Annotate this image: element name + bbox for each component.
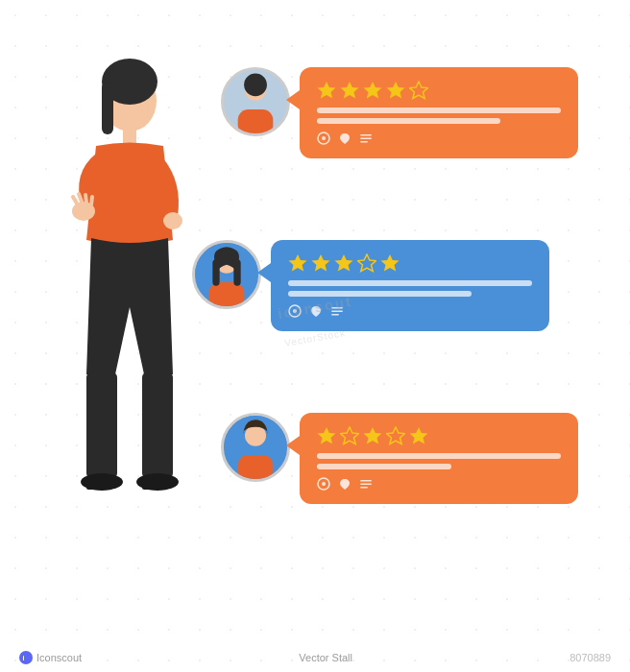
svg-marker-49: [341, 427, 359, 444]
svg-text:i: i: [23, 655, 25, 661]
svg-marker-52: [410, 427, 428, 444]
footer-brand-right: Vector Stall: [299, 652, 352, 663]
svg-line-8: [91, 197, 92, 204]
svg-rect-10: [86, 372, 117, 478]
stars-row-3: [317, 426, 561, 445]
text-line: [288, 291, 472, 297]
asset-id: 8070889: [569, 652, 611, 663]
svg-rect-2: [102, 82, 113, 134]
stars-row-2: [288, 253, 532, 273]
text-line: [317, 108, 561, 113]
reviews-area: [192, 38, 595, 576]
vector-stall-label: Vector Stall: [299, 652, 352, 663]
svg-rect-11: [142, 372, 173, 478]
text-lines-3: [317, 453, 561, 469]
content-layer: iconsout VectorStock i Iconscout Vector …: [0, 0, 630, 672]
svg-rect-18: [238, 109, 274, 133]
svg-rect-55: [360, 480, 372, 482]
svg-rect-43: [331, 311, 343, 313]
woman-figure: [58, 48, 211, 547]
svg-marker-39: [381, 254, 400, 272]
text-line: [288, 280, 532, 286]
svg-point-41: [293, 309, 297, 313]
review-card-1: [221, 67, 578, 158]
review-card-3: [221, 413, 578, 504]
svg-rect-34: [233, 259, 240, 286]
avatar-2: [192, 240, 261, 309]
svg-marker-24: [410, 82, 428, 99]
avatar-3: [221, 413, 290, 482]
svg-rect-32: [209, 282, 245, 306]
svg-marker-20: [318, 82, 336, 99]
card-icons-3: [317, 477, 561, 491]
svg-point-19: [244, 73, 267, 96]
text-lines-2: [288, 280, 532, 297]
card-icons-2: [288, 304, 532, 318]
card-icons-1: [317, 132, 561, 145]
svg-rect-42: [331, 307, 343, 309]
svg-line-5: [73, 197, 77, 204]
svg-rect-14: [86, 478, 94, 490]
footer: i Iconscout Vector Stall 8070889: [0, 651, 630, 664]
review-card-2: [192, 240, 549, 331]
illustration-area: iconsout VectorStock: [0, 0, 630, 614]
svg-point-26: [322, 136, 326, 140]
speech-bubble-1: [300, 67, 578, 158]
svg-rect-28: [360, 138, 372, 140]
speech-bubble-2: [271, 240, 549, 331]
text-line: [317, 453, 561, 459]
svg-point-58: [19, 651, 33, 664]
svg-rect-47: [238, 455, 274, 479]
svg-line-7: [85, 195, 86, 203]
svg-marker-21: [341, 82, 359, 99]
text-lines-1: [317, 108, 561, 124]
svg-point-9: [163, 212, 182, 229]
svg-marker-22: [364, 82, 382, 99]
main-container: iconsout VectorStock i Iconscout Vector …: [0, 0, 630, 672]
svg-marker-35: [289, 254, 307, 272]
svg-rect-15: [142, 478, 150, 490]
svg-rect-29: [360, 141, 368, 143]
svg-marker-23: [387, 82, 405, 99]
svg-point-54: [322, 482, 326, 486]
avatar-1: [221, 67, 290, 136]
speech-bubble-3: [300, 413, 578, 504]
svg-marker-50: [364, 427, 382, 444]
svg-rect-27: [360, 134, 372, 136]
svg-line-6: [79, 194, 82, 202]
svg-point-46: [245, 425, 266, 446]
svg-rect-33: [212, 259, 219, 286]
svg-marker-37: [335, 254, 353, 272]
text-line: [317, 118, 500, 124]
svg-marker-48: [318, 427, 336, 444]
footer-brand-left: i Iconscout: [19, 651, 82, 664]
svg-rect-56: [360, 484, 372, 486]
iconscout-label: Iconscout: [36, 652, 82, 663]
svg-rect-57: [360, 487, 368, 489]
svg-marker-51: [387, 427, 405, 444]
svg-marker-36: [312, 254, 330, 272]
svg-marker-38: [358, 254, 376, 272]
stars-row-1: [317, 81, 561, 100]
iconscout-icon: i: [19, 651, 33, 664]
text-line: [317, 464, 451, 469]
svg-rect-44: [331, 314, 339, 316]
